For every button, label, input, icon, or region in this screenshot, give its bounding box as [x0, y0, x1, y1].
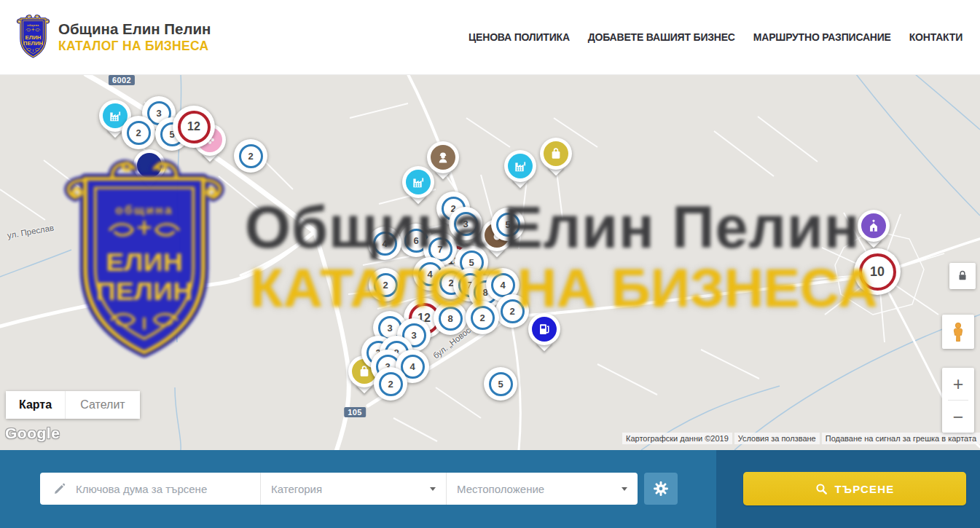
- church-icon: [861, 213, 886, 238]
- nav-item-pricing[interactable]: ЦЕНОВА ПОЛИТИКА: [469, 31, 570, 43]
- factory-icon: [508, 154, 533, 178]
- map-type-button-satellite[interactable]: Сателит: [65, 391, 140, 419]
- pegman-icon: [949, 322, 968, 342]
- markers-layer: 325122132356475422784212823338342510: [0, 74, 980, 450]
- attribution-terms-link[interactable]: Условия за ползване: [734, 433, 820, 444]
- cluster-count: 4: [409, 361, 415, 372]
- cluster-count: 5: [469, 257, 474, 268]
- main-nav: ЦЕНОВА ПОЛИТИКА ДОБАВЕТЕ ВАШИЯТ БИЗНЕС М…: [469, 0, 963, 74]
- none-icon: [137, 153, 162, 178]
- cluster-marker[interactable]: 12: [173, 106, 215, 148]
- nav-item-add-business[interactable]: ДОБАВЕТЕ ВАШИЯТ БИЗНЕС: [588, 31, 735, 43]
- cluster-ring: 2: [471, 306, 495, 330]
- category-pin-fuel[interactable]: [528, 313, 560, 345]
- map-type-button-map[interactable]: Карта: [6, 391, 65, 419]
- cluster-marker[interactable]: 2: [122, 116, 155, 149]
- worker-icon: [431, 145, 455, 170]
- attribution-report-error-link[interactable]: Подаване на сигнал за грешка в картата: [822, 433, 980, 444]
- search-icon: [815, 483, 828, 495]
- cluster-count: 10: [870, 264, 885, 280]
- site-title: Община Елин Пелин: [58, 20, 211, 39]
- cluster-count: 3: [411, 330, 416, 341]
- lock-button[interactable]: [949, 263, 976, 289]
- cluster-marker[interactable]: 5: [484, 367, 517, 401]
- search-button-label: ТЪРСЕНЕ: [835, 483, 895, 495]
- cluster-ring: 10: [859, 253, 896, 291]
- cluster-marker[interactable]: 2: [466, 301, 499, 334]
- location-dropdown-value: Местоположение: [457, 483, 544, 495]
- street-view-pegman-button[interactable]: [942, 315, 974, 349]
- site-subtitle: КАТАЛОГ НА БИЗНЕСА: [58, 39, 211, 54]
- cluster-marker[interactable]: 2: [234, 139, 267, 173]
- cluster-ring: 2: [127, 121, 151, 145]
- category-pin-worker[interactable]: [427, 141, 459, 173]
- cluster-count: 2: [383, 280, 388, 291]
- cluster-ring: 5: [496, 213, 520, 237]
- chevron-down-icon: [430, 487, 436, 491]
- cluster-ring: 12: [178, 111, 211, 143]
- category-dropdown-value: Категория: [271, 483, 322, 495]
- map-type-control: Карта Сателит: [6, 391, 140, 419]
- cluster-count: 3: [156, 108, 161, 119]
- advanced-settings-button[interactable]: [644, 473, 678, 505]
- category-pin-factory[interactable]: [504, 150, 536, 182]
- cluster-marker[interactable]: 2: [374, 367, 407, 401]
- cluster-count: 12: [187, 120, 200, 133]
- map-canvas[interactable]: 6002105ул. Преславбул. „Новосел 32512213…: [0, 74, 980, 450]
- cluster-count: 4: [500, 280, 505, 291]
- keyword-field[interactable]: [40, 473, 260, 505]
- nav-item-contacts[interactable]: КОНТАКТИ: [909, 31, 963, 43]
- cluster-marker[interactable]: 8: [434, 302, 467, 335]
- category-dropdown[interactable]: Категория: [260, 473, 446, 505]
- cluster-count: 7: [437, 244, 442, 255]
- cluster-count: 2: [479, 312, 485, 323]
- cluster-ring: 2: [379, 372, 403, 396]
- cluster-ring: 3: [454, 212, 478, 236]
- cluster-ring: 5: [489, 372, 513, 396]
- cluster-count: 4: [427, 269, 432, 280]
- map-attribution: Картографски данни ©2019 Условия за полз…: [620, 433, 980, 444]
- cluster-count: 8: [447, 313, 452, 324]
- municipality-crest-logo: [16, 14, 50, 60]
- cluster-marker[interactable]: 5: [491, 208, 525, 241]
- search-fields-group: Категория Местоположение: [40, 473, 638, 505]
- cluster-ring: 4: [373, 232, 397, 256]
- cluster-count: 4: [382, 238, 387, 249]
- fuel-icon: [532, 317, 557, 342]
- chevron-down-icon: [622, 487, 627, 491]
- search-button[interactable]: ТЪРСЕНЕ: [743, 472, 966, 505]
- cluster-count: 2: [388, 379, 393, 390]
- cluster-ring: 4: [491, 273, 515, 297]
- cluster-marker[interactable]: 2: [495, 294, 529, 328]
- pencil-icon: [53, 483, 66, 495]
- cluster-count: 3: [387, 323, 392, 334]
- zoom-in-button[interactable]: +: [942, 368, 974, 400]
- padlock-icon: [955, 269, 970, 283]
- attribution-copyright: Картографски данни ©2019: [622, 433, 732, 444]
- cluster-count: 6: [413, 235, 418, 246]
- zoom-control: + −: [942, 368, 974, 433]
- google-logo[interactable]: Google: [5, 425, 60, 442]
- header: Община Елин Пелин КАТАЛОГ НА БИЗНЕСА ЦЕН…: [0, 0, 980, 75]
- search-bar: Категория Местоположение: [0, 450, 980, 528]
- cluster-marker[interactable]: 10: [854, 248, 901, 295]
- category-pin-church[interactable]: [858, 210, 890, 242]
- page: Община Елин Пелин КАТАЛОГ НА БИЗНЕСА ЦЕН…: [0, 0, 980, 528]
- site-logo[interactable]: Община Елин Пелин КАТАЛОГ НА БИЗНЕСА: [16, 14, 211, 60]
- cluster-marker[interactable]: 2: [369, 268, 402, 302]
- cluster-marker[interactable]: 4: [368, 226, 401, 260]
- cluster-count: 3: [463, 218, 468, 229]
- cluster-ring: 2: [239, 144, 263, 168]
- cluster-count: 5: [498, 379, 503, 390]
- cluster-count: 5: [505, 219, 510, 230]
- category-pin-bag[interactable]: [540, 138, 572, 170]
- gear-icon: [653, 481, 669, 497]
- cluster-marker[interactable]: 3: [449, 207, 482, 240]
- cluster-count: 2: [248, 151, 253, 162]
- keyword-search-input[interactable]: [74, 482, 245, 496]
- nav-item-route-schedule[interactable]: МАРШРУТНО РАЗПИСАНИЕ: [753, 31, 891, 43]
- category-pin-none[interactable]: [133, 149, 165, 181]
- location-dropdown[interactable]: Местоположение: [446, 473, 638, 505]
- factory-icon: [406, 170, 431, 194]
- zoom-out-button[interactable]: −: [942, 401, 974, 433]
